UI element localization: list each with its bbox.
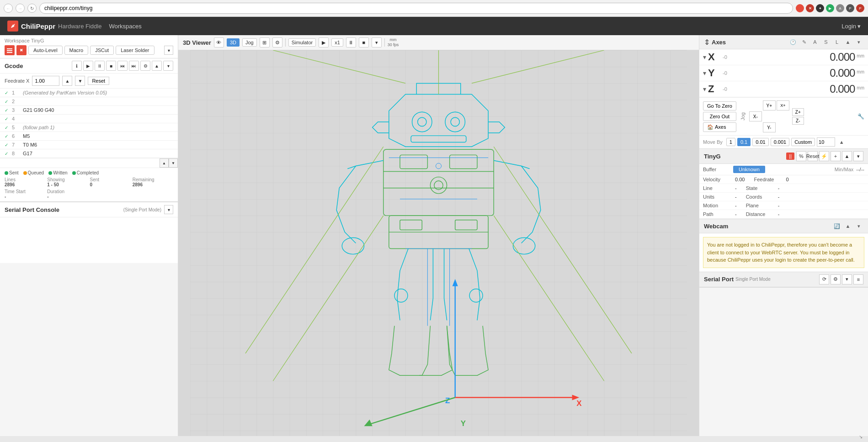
forward-button[interactable]: → xyxy=(16,4,25,13)
axis-y-minus[interactable]: -0 xyxy=(721,69,729,77)
gcode-item-3[interactable]: ✓ 3 G21 G90 G40 xyxy=(0,106,178,115)
feedrate-up-btn[interactable]: ▲ xyxy=(62,76,72,86)
gcode-more-btn[interactable]: ▾ xyxy=(163,61,173,71)
axis-x-minus[interactable]: -0 xyxy=(721,53,729,61)
go-to-zero-btn[interactable]: Go To Zero xyxy=(703,101,736,110)
gcode-info-btn[interactable]: ℹ xyxy=(72,61,82,71)
jog-x-plus-btn[interactable]: X+ xyxy=(777,100,789,110)
gcode-next-btn[interactable]: ⏭ xyxy=(129,61,139,71)
axis-y-arrow[interactable]: ▾ xyxy=(703,69,706,77)
workspace-tab-macro[interactable]: Macro xyxy=(64,46,89,55)
webcam-refresh-btn[interactable]: 🔄 xyxy=(832,221,841,231)
axes-home-btn[interactable]: 🏠 Axes xyxy=(703,122,736,132)
legend-dot-written xyxy=(48,171,52,175)
viewer-canvas[interactable]: Z X Y xyxy=(178,50,699,436)
viewer-3d-btn[interactable]: 3D xyxy=(227,38,240,47)
workspace-tab-dropdown[interactable]: ▾ xyxy=(164,46,173,55)
move-by-1[interactable]: 1 xyxy=(726,138,735,146)
feedrate-input[interactable] xyxy=(32,76,59,86)
viewer-grid-btn[interactable]: ⊞ xyxy=(260,37,270,47)
svg-rect-1 xyxy=(7,50,12,51)
tinyg-percent-btn[interactable]: % xyxy=(796,151,806,161)
move-by-01[interactable]: 0.1 xyxy=(737,138,751,146)
gcode-up-btn[interactable]: ▲ xyxy=(152,61,162,71)
gcode-item-4[interactable]: ✓ 4 xyxy=(0,115,178,123)
jog-x-minus-btn[interactable]: X- xyxy=(749,111,762,121)
gcode-item-1[interactable]: ✓ 1 (Generated by PartKam Version 0.05) xyxy=(0,89,178,97)
gcode-check-8: ✓ xyxy=(5,151,8,156)
move-by-0001[interactable]: 0.001 xyxy=(771,138,790,146)
gcode-scroll-down[interactable]: ▼ xyxy=(169,158,178,168)
reload-button[interactable]: ↻ xyxy=(27,4,37,13)
viewer-jog-btn[interactable]: Jog xyxy=(242,38,257,47)
wrench-btn[interactable]: 🔧 xyxy=(857,113,864,120)
serial-port-refresh-btn[interactable]: ⟳ xyxy=(819,274,829,284)
gcode-scroll-up[interactable]: ▲ xyxy=(160,158,169,168)
axis-z-minus[interactable]: -0 xyxy=(721,85,729,93)
gcode-skip-btn[interactable]: ⏮ xyxy=(117,61,128,71)
gcode-stop-btn[interactable]: ■ xyxy=(106,61,116,71)
gcode-settings-btn[interactable]: ⚙ xyxy=(140,61,150,71)
tinyg-flash-btn[interactable]: ⚡ xyxy=(819,151,829,161)
axes-clock-btn[interactable]: 🕐 xyxy=(788,37,798,47)
workspaces-link[interactable]: Workspaces xyxy=(109,23,141,30)
viewer-stop-btn[interactable]: ■ xyxy=(359,37,369,47)
serial-console-dropdown[interactable]: ▾ xyxy=(164,205,173,214)
jog-z-plus-btn[interactable]: Z+ xyxy=(792,108,804,116)
gcode-play-btn[interactable]: ▶ xyxy=(83,61,93,71)
tinyg-more-btn[interactable]: ▾ xyxy=(853,151,863,161)
jog-y-minus-btn[interactable]: Y- xyxy=(763,122,776,132)
axes-edit-btn[interactable]: ✎ xyxy=(799,37,809,47)
viewer-eye-btn[interactable]: 👁 xyxy=(214,37,224,47)
gcode-item-6[interactable]: ✓ 6 M5 xyxy=(0,132,178,141)
gcode-item-5[interactable]: ✓ 5 (follow path 1) xyxy=(0,123,178,132)
jog-y-plus-btn[interactable]: Y+ xyxy=(763,100,776,110)
gcode-item-7[interactable]: ✓ 7 T0 M6 xyxy=(0,141,178,149)
zero-out-btn[interactable]: Zero Out xyxy=(703,112,736,121)
feedrate-reset-btn[interactable]: Reset xyxy=(88,77,109,85)
axes-more-btn[interactable]: ▾ xyxy=(854,37,863,47)
tinyg-reset-btn[interactable]: Reset xyxy=(808,151,818,161)
gcode-list[interactable]: ✓ 1 (Generated by PartKam Version 0.05) … xyxy=(0,89,178,158)
tinyg-motion-row: Motion - Plane - xyxy=(699,201,868,210)
viewer-play-btn[interactable]: ▶ xyxy=(319,37,329,47)
serial-port-settings-btn[interactable]: ⚙ xyxy=(831,274,841,284)
move-by-custom-input[interactable] xyxy=(817,137,835,147)
axes-up-btn[interactable]: ▲ xyxy=(843,37,852,47)
tinyg-units-label: Units xyxy=(703,194,735,200)
gcode-item-2[interactable]: ✓ 2 xyxy=(0,97,178,106)
viewer-simulator-btn[interactable]: Simulator xyxy=(288,38,316,47)
serial-port-more-btn[interactable]: ≡ xyxy=(853,274,863,284)
axes-a-btn[interactable]: A xyxy=(810,37,820,47)
tinyg-stop-btn[interactable]: || xyxy=(786,153,794,160)
tinyg-plus-btn[interactable]: + xyxy=(831,151,841,161)
back-button[interactable]: ← xyxy=(4,4,13,13)
webcam-more-btn[interactable]: ▾ xyxy=(854,221,863,231)
feedrate-down-btn[interactable]: ▼ xyxy=(75,76,85,86)
move-by-001[interactable]: 0.01 xyxy=(752,138,768,146)
workspace-tab-lasersolder[interactable]: Laser Solder xyxy=(116,46,154,55)
jog-z-minus-btn[interactable]: Z- xyxy=(792,117,804,125)
url-bar[interactable] xyxy=(39,3,793,14)
workspace-tab-jscut[interactable]: JSCut xyxy=(90,46,114,55)
move-by-custom[interactable]: Custom xyxy=(791,138,815,146)
gcode-status: Sent Queued Written Completed xyxy=(0,168,178,201)
axes-widget-drag[interactable]: ⇕ xyxy=(704,38,710,47)
axes-widget: ⇕ Axes 🕐 ✎ A S L ▲ ▾ ▾ X -0 0.000 mm xyxy=(699,35,868,149)
gcode-item-8[interactable]: ✓ 8 G17 xyxy=(0,149,178,158)
axes-s-btn[interactable]: S xyxy=(821,37,831,47)
webcam-up-btn[interactable]: ▲ xyxy=(843,221,852,231)
viewer-settings-btn[interactable]: ⚙ xyxy=(272,37,282,47)
move-by-up-btn[interactable]: ▲ xyxy=(837,137,846,147)
tinyg-up-btn[interactable]: ▲ xyxy=(842,151,852,161)
axis-z-arrow[interactable]: ▾ xyxy=(703,85,706,93)
axis-x-arrow[interactable]: ▾ xyxy=(703,53,706,61)
login-button[interactable]: Login ▾ xyxy=(841,23,861,30)
gcode-pause-btn[interactable]: ⏸ xyxy=(95,61,105,71)
serial-port-dropdown-btn[interactable]: ▾ xyxy=(842,274,852,284)
viewer-pause-btn[interactable]: ⏸ xyxy=(346,37,356,47)
axes-l-btn[interactable]: L xyxy=(832,37,841,47)
viewer-zoom-btn[interactable]: x1 xyxy=(331,38,343,47)
workspace-tab-autolevel[interactable]: Auto-Level xyxy=(28,46,63,55)
viewer-more-btn[interactable]: ▾ xyxy=(372,37,382,47)
